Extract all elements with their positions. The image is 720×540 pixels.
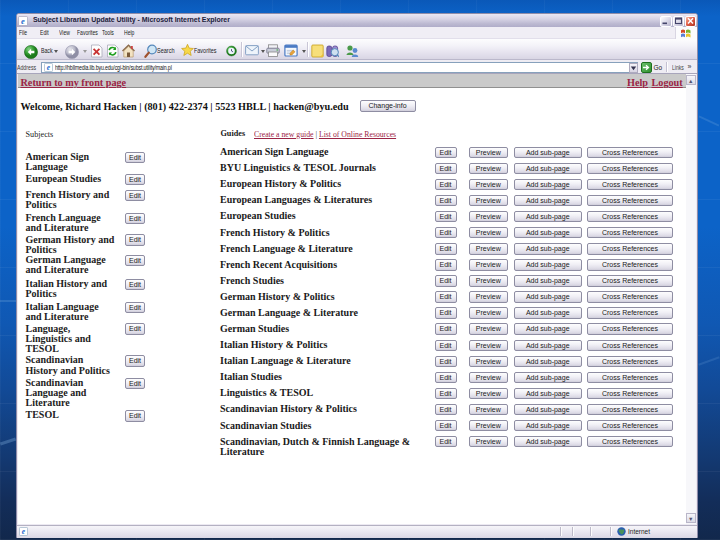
svg-text:e: e [21, 16, 25, 26]
